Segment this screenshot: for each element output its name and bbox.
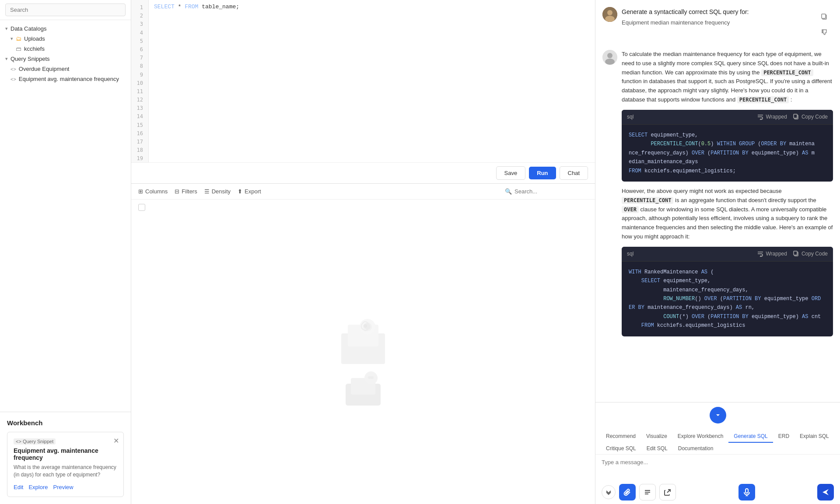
tab-generate-sql[interactable]: Generate SQL [728, 430, 773, 443]
attach-button[interactable] [619, 484, 636, 500]
density-button[interactable]: ☰ Density [204, 188, 231, 195]
message-actions-right [816, 7, 833, 42]
main-area: 12345 678910 1112131415 1617181920 SELEC… [131, 0, 595, 504]
code-lang-1: sql [627, 113, 634, 121]
sidebar-item-uploads[interactable]: ▾ 🗂 Uploads [0, 34, 131, 44]
edit-link[interactable]: Edit [14, 484, 23, 490]
wrapped-toggle-1[interactable]: Wrapped [757, 113, 787, 121]
mic-icon [743, 488, 751, 496]
empty-illustration [332, 312, 394, 368]
sidebar-item-label: Query Snippets [10, 56, 50, 62]
columns-icon: ⊞ [138, 188, 143, 195]
save-button[interactable]: Save [496, 166, 526, 180]
user-bubble: Generate a syntactically correct SQL que… [622, 7, 811, 42]
line-numbers: 12345 678910 1112131415 1617181920 [131, 0, 149, 162]
send-button[interactable] [817, 484, 834, 500]
svg-rect-26 [746, 489, 748, 493]
tab-edit-sql[interactable]: Edit SQL [641, 443, 673, 454]
sidebar-item-label: Uploads [24, 35, 45, 42]
workbench-panel: Workbench ✕ <> Query Snippet Equipment a… [0, 412, 131, 504]
thumbs-down-icon[interactable] [818, 26, 830, 38]
workbench-card-header: <> Query Snippet [14, 438, 117, 444]
code-block-header-2: sql Wrapped [622, 247, 833, 262]
sidebar-item-data-catalogs[interactable]: ▾ Data Catalogs [0, 24, 131, 34]
svg-point-4 [364, 324, 367, 328]
card-type-label: Query Snippet [23, 439, 53, 444]
tab-erd[interactable]: ERD [773, 430, 794, 443]
chevron-right-icon: ▾ [5, 26, 8, 32]
empty-state [131, 215, 595, 504]
chat-input-actions [595, 480, 840, 504]
wrap-icon-2 [757, 251, 763, 257]
search-input[interactable] [5, 4, 126, 16]
svg-rect-15 [822, 14, 826, 18]
sidebar-item-overdue-equipment[interactable]: <> Overdue Equipment [0, 64, 131, 74]
density-icon: ☰ [204, 188, 210, 195]
sidebar-item-kcchiefs[interactable]: 🗃 kcchiefs [0, 44, 131, 54]
format-icon [644, 488, 651, 496]
expand-button[interactable] [710, 407, 726, 424]
tab-explain-sql[interactable]: Explain SQL [794, 430, 834, 443]
wrapped-toggle-2[interactable]: Wrapped [757, 250, 787, 258]
chat-input-box [595, 455, 840, 480]
sidebar-item-label: Data Catalogs [10, 25, 46, 32]
editor-content[interactable]: SELECT * FROM table_name; [149, 0, 595, 162]
filters-button[interactable]: ⊟ Filters [175, 188, 197, 195]
sidebar-item-label: Equipment avg. maintenance frequency [19, 76, 119, 82]
copy-code-button-1[interactable]: Copy Code [793, 113, 828, 121]
close-button[interactable]: ✕ [113, 437, 119, 445]
format-button[interactable] [639, 484, 656, 500]
external-link-button[interactable] [659, 484, 676, 500]
code-block-actions-1: Wrapped Copy Code [757, 113, 828, 121]
explore-link[interactable]: Explore [28, 484, 48, 490]
card-type-badge: <> Query Snippet [14, 438, 56, 444]
tab-visualize[interactable]: Visualize [641, 430, 672, 443]
copy-message-icon[interactable] [818, 10, 830, 23]
table-search-area: 🔍 [505, 188, 588, 195]
editor-section: 12345 678910 1112131415 1617181920 SELEC… [131, 0, 595, 184]
chat-button[interactable]: Chat [560, 166, 588, 180]
sidebar: ▾ Data Catalogs ▾ 🗂 Uploads 🗃 kcchiefs ▾… [0, 0, 131, 504]
data-toolbar: ⊞ Columns ⊟ Filters ☰ Density ⬆ Export 🔍 [131, 184, 595, 200]
user-avatar [602, 7, 617, 22]
card-title: Equipment avg. maintenance frequency [14, 447, 117, 461]
editor-toolbar: Save Run Chat [131, 162, 595, 183]
tab-documentation[interactable]: Documentation [673, 443, 719, 454]
sidebar-item-equipment-avg[interactable]: <> Equipment avg. maintenance frequency [0, 74, 131, 84]
snippet-icon: <> [10, 77, 16, 82]
send-icon [822, 488, 830, 496]
chat-input[interactable] [602, 459, 834, 475]
wrapped-label-2: Wrapped [766, 250, 787, 258]
copy-code-label-1: Copy Code [802, 113, 828, 121]
inline-code-4: OVER [622, 206, 639, 213]
chat-messages: Generate a syntactically correct SQL que… [595, 0, 840, 402]
run-button[interactable]: Run [529, 167, 556, 179]
chat-message-ai: To calculate the median maintenance freq… [602, 50, 833, 342]
select-all-checkbox[interactable] [138, 204, 145, 211]
tab-recommend[interactable]: Recommend [601, 430, 641, 443]
workbench-title: Workbench [7, 419, 124, 427]
svg-rect-22 [794, 251, 797, 255]
table-search-input[interactable] [514, 188, 588, 195]
export-icon: ⬆ [238, 188, 242, 195]
code-block-2: sql Wrapped [622, 247, 833, 336]
mic-button[interactable] [738, 484, 755, 500]
scroll-bottom-button[interactable] [602, 485, 616, 499]
inline-code-1: PERCENTILE_CONT [761, 69, 813, 76]
tab-explore-workbench[interactable]: Explore Workbench [672, 430, 729, 443]
svg-point-17 [607, 53, 612, 58]
code-body-1: SELECT equipment_type, PERCENTILE_CONT(0… [622, 125, 833, 182]
preview-link[interactable]: Preview [53, 484, 73, 490]
sidebar-search-area [0, 0, 131, 20]
ai-bubble: To calculate the median maintenance freq… [622, 50, 833, 342]
chevron-right-icon: ▾ [10, 36, 13, 42]
columns-button[interactable]: ⊞ Columns [138, 188, 168, 195]
card-description: What is the average maintenance frequenc… [14, 464, 117, 479]
chat-input-area: Recommend Visualize Explore Workbench Ge… [595, 402, 840, 504]
tab-critique-sql[interactable]: Critique SQL [601, 443, 641, 454]
copy-code-button-2[interactable]: Copy Code [793, 250, 828, 258]
sidebar-item-query-snippets[interactable]: ▾ Query Snippets [0, 54, 131, 64]
copy-code-label-2: Copy Code [802, 250, 828, 258]
sidebar-item-label: Overdue Equipment [19, 66, 70, 72]
export-button[interactable]: ⬆ Export [238, 188, 261, 195]
